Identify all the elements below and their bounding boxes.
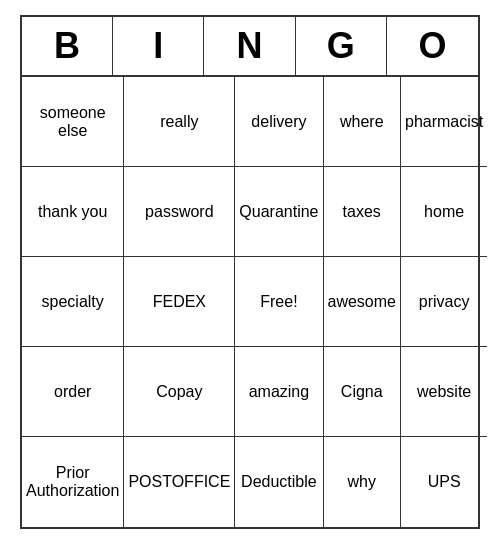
cell-text: pharmacist: [405, 113, 483, 131]
bingo-cell: FEDEX: [124, 257, 235, 347]
cell-text: amazing: [249, 383, 309, 401]
cell-text: FEDEX: [153, 293, 206, 311]
bingo-card: BINGO someone elsereallydeliverywherepha…: [20, 15, 480, 529]
cell-text: Copay: [156, 383, 202, 401]
cell-text: Cigna: [341, 383, 383, 401]
cell-text: specialty: [42, 293, 104, 311]
cell-text: Deductible: [241, 473, 317, 491]
cell-text: Prior Authorization: [26, 464, 119, 499]
bingo-header: BINGO: [22, 17, 478, 77]
bingo-cell: really: [124, 77, 235, 167]
cell-text: Quarantine: [239, 203, 318, 221]
cell-text: where: [340, 113, 384, 131]
bingo-cell: Quarantine: [235, 167, 323, 257]
header-letter: O: [387, 17, 478, 75]
bingo-cell: pharmacist: [401, 77, 487, 167]
header-letter: B: [22, 17, 113, 75]
bingo-cell: password: [124, 167, 235, 257]
header-letter: G: [296, 17, 387, 75]
cell-text: delivery: [251, 113, 306, 131]
bingo-cell: POSTOFFICE: [124, 437, 235, 527]
bingo-cell: Copay: [124, 347, 235, 437]
bingo-cell: Deductible: [235, 437, 323, 527]
bingo-cell: UPS: [401, 437, 487, 527]
cell-text: Free!: [260, 293, 297, 311]
bingo-cell: taxes: [324, 167, 401, 257]
bingo-cell: awesome: [324, 257, 401, 347]
cell-text: thank you: [38, 203, 107, 221]
cell-text: order: [54, 383, 91, 401]
bingo-cell: where: [324, 77, 401, 167]
cell-text: someone else: [26, 104, 119, 139]
bingo-cell: why: [324, 437, 401, 527]
bingo-cell: delivery: [235, 77, 323, 167]
bingo-cell: someone else: [22, 77, 124, 167]
cell-text: why: [348, 473, 376, 491]
cell-text: awesome: [328, 293, 396, 311]
bingo-cell: specialty: [22, 257, 124, 347]
bingo-cell: website: [401, 347, 487, 437]
bingo-cell: home: [401, 167, 487, 257]
header-letter: I: [113, 17, 204, 75]
cell-text: privacy: [419, 293, 470, 311]
bingo-cell: Prior Authorization: [22, 437, 124, 527]
bingo-grid: someone elsereallydeliverywherepharmacis…: [22, 77, 478, 527]
bingo-cell: thank you: [22, 167, 124, 257]
cell-text: home: [424, 203, 464, 221]
bingo-cell: order: [22, 347, 124, 437]
bingo-cell: amazing: [235, 347, 323, 437]
cell-text: really: [160, 113, 198, 131]
bingo-cell: Free!: [235, 257, 323, 347]
cell-text: POSTOFFICE: [128, 473, 230, 491]
cell-text: password: [145, 203, 213, 221]
cell-text: website: [417, 383, 471, 401]
bingo-cell: privacy: [401, 257, 487, 347]
cell-text: taxes: [343, 203, 381, 221]
cell-text: UPS: [428, 473, 461, 491]
header-letter: N: [204, 17, 295, 75]
bingo-cell: Cigna: [324, 347, 401, 437]
